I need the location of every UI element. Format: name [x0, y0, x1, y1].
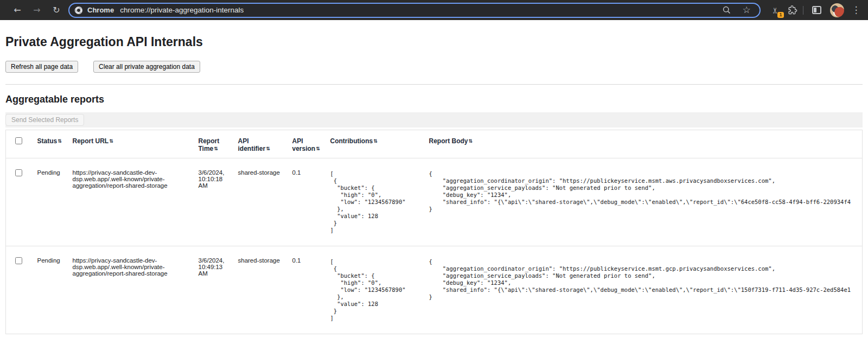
sort-icon: ⇅: [266, 146, 270, 151]
reload-icon[interactable]: ↻: [50, 4, 63, 17]
omnibox-actions: ☆: [722, 4, 753, 17]
contributions-json: [ { "bucket": { "high": "0", "low": "123…: [330, 258, 418, 322]
page-actions: Refresh all page data Clear all private …: [5, 61, 863, 73]
api-version-cell: 0.1: [287, 158, 325, 246]
report-url-cell: https://privacy-sandcastle-dev-dsp.web.a…: [67, 246, 193, 334]
nav-buttons: ← → ↻: [11, 4, 63, 17]
sort-icon: ⇅: [373, 138, 378, 144]
address-bar[interactable]: Chrome chrome://private-aggregation-inte…: [68, 3, 761, 18]
page-title: Private Aggregation API Internals: [5, 35, 863, 49]
api-identifier-cell: shared-storage: [233, 246, 287, 334]
browser-toolbar: ← → ↻ Chrome chrome://private-aggregatio…: [0, 0, 868, 20]
report-url-cell: https://privacy-sandcastle-dev-dsp.web.a…: [67, 158, 193, 246]
api-identifier-cell: shared-storage: [233, 158, 287, 246]
search-engine-label: Chrome: [87, 6, 114, 14]
status-cell: Pending: [32, 246, 67, 334]
row-checkbox[interactable]: [15, 169, 22, 176]
header-report-body-label: Report Body: [429, 137, 468, 145]
section-title: Aggregatable reports: [5, 94, 863, 105]
header-contributions[interactable]: Contributions⇅: [325, 130, 424, 158]
forward-icon[interactable]: →: [30, 4, 43, 17]
report-time-cell: 3/6/2024, 10:10:18 AM: [193, 158, 233, 246]
extensions-puzzle-icon[interactable]: [786, 4, 799, 17]
header-api-version-label: API version: [292, 137, 316, 152]
header-api-version[interactable]: API version⇅: [287, 130, 325, 158]
section-divider: [5, 84, 863, 85]
scissors-extension-button[interactable]: ✂ 1: [768, 3, 782, 17]
browser-menu-icon[interactable]: ⋮: [850, 4, 863, 17]
clear-all-button[interactable]: Clear all private aggregation data: [93, 61, 200, 73]
contributions-json: [ { "bucket": { "high": "0", "low": "123…: [330, 170, 418, 234]
zoom-search-icon[interactable]: [722, 5, 731, 15]
header-report-time[interactable]: Report Time⇅: [193, 130, 233, 158]
side-panel-icon[interactable]: [812, 6, 821, 14]
api-version-cell: 0.1: [287, 246, 325, 334]
header-contributions-label: Contributions: [330, 137, 373, 145]
header-api-identifier-label: API identifier: [238, 137, 266, 152]
send-selected-reports-button[interactable]: Send Selected Reports: [5, 114, 84, 126]
report-row-2: Pending https://privacy-sandcastle-dev-d…: [6, 246, 863, 334]
table-header-row: Status⇅ Report URL⇅ Report Time⇅ API ide…: [6, 130, 863, 158]
header-api-identifier[interactable]: API identifier⇅: [233, 130, 287, 158]
url-text[interactable]: chrome://private-aggregation-internals: [120, 6, 244, 14]
report-row-1: Pending https://privacy-sandcastle-dev-d…: [6, 158, 863, 246]
header-status[interactable]: Status⇅: [32, 130, 67, 158]
select-all-checkbox[interactable]: [15, 137, 22, 144]
row-checkbox[interactable]: [15, 257, 22, 264]
toolbar-separator: [803, 6, 803, 15]
chrome-logo-icon: [74, 6, 83, 15]
sort-icon: ⇅: [316, 146, 320, 151]
sort-icon: ⇅: [58, 138, 62, 144]
sort-icon: ⇅: [214, 146, 218, 151]
status-cell: Pending: [32, 158, 67, 246]
report-body-json: { "aggregation_coordinator_origin": "htt…: [429, 258, 857, 301]
header-report-body[interactable]: Report Body⇅: [424, 130, 863, 158]
report-body-json: { "aggregation_coordinator_origin": "htt…: [429, 170, 857, 213]
report-time-cell: 3/6/2024, 10:49:13 AM: [193, 246, 233, 334]
header-status-label: Status: [37, 137, 58, 145]
header-report-url-label: Report URL: [73, 137, 109, 145]
reports-table: Status⇅ Report URL⇅ Report Time⇅ API ide…: [5, 130, 863, 334]
profile-avatar[interactable]: [830, 3, 844, 17]
page-content: Private Aggregation API Internals Refres…: [0, 35, 868, 334]
sort-icon: ⇅: [109, 138, 113, 144]
header-report-url[interactable]: Report URL⇅: [67, 130, 193, 158]
back-icon[interactable]: ←: [11, 4, 24, 17]
send-reports-bar: Send Selected Reports: [5, 112, 863, 127]
sort-icon: ⇅: [469, 138, 473, 144]
bookmark-star-icon[interactable]: ☆: [740, 4, 753, 17]
refresh-all-button[interactable]: Refresh all page data: [5, 61, 78, 73]
extension-count-badge: 1: [777, 12, 784, 18]
